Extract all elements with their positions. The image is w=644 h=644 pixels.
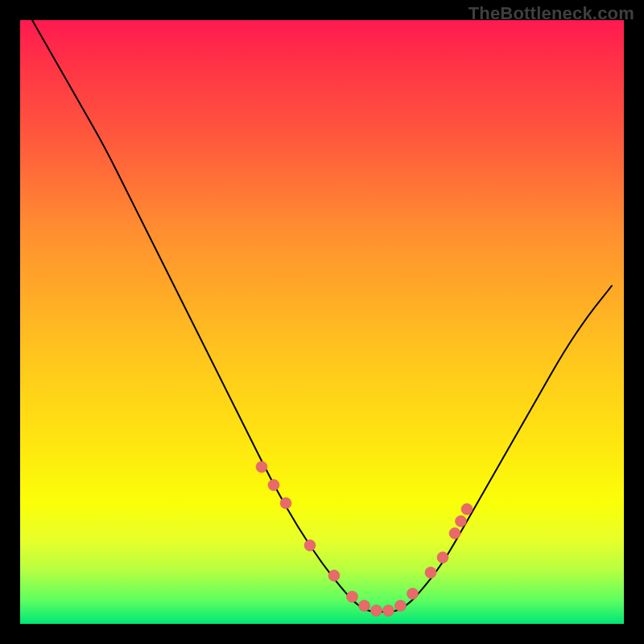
bead-point bbox=[395, 601, 407, 612]
bottleneck-curve bbox=[32, 20, 612, 612]
bead-point bbox=[347, 591, 358, 602]
bead-point bbox=[304, 540, 316, 551]
bead-point bbox=[371, 605, 382, 617]
bead-point bbox=[268, 480, 279, 491]
bead-point bbox=[328, 570, 340, 581]
bead-point bbox=[383, 605, 394, 617]
chart-svg bbox=[20, 20, 624, 624]
bead-point bbox=[280, 497, 291, 509]
bead-point bbox=[256, 461, 267, 473]
bead-point bbox=[461, 504, 473, 515]
bead-point bbox=[449, 528, 460, 539]
bead-point bbox=[359, 601, 370, 612]
bead-point bbox=[425, 567, 436, 578]
bead-point bbox=[407, 588, 419, 600]
bead-point bbox=[437, 552, 448, 564]
valley-beads bbox=[256, 461, 473, 617]
bead-point bbox=[456, 516, 467, 527]
